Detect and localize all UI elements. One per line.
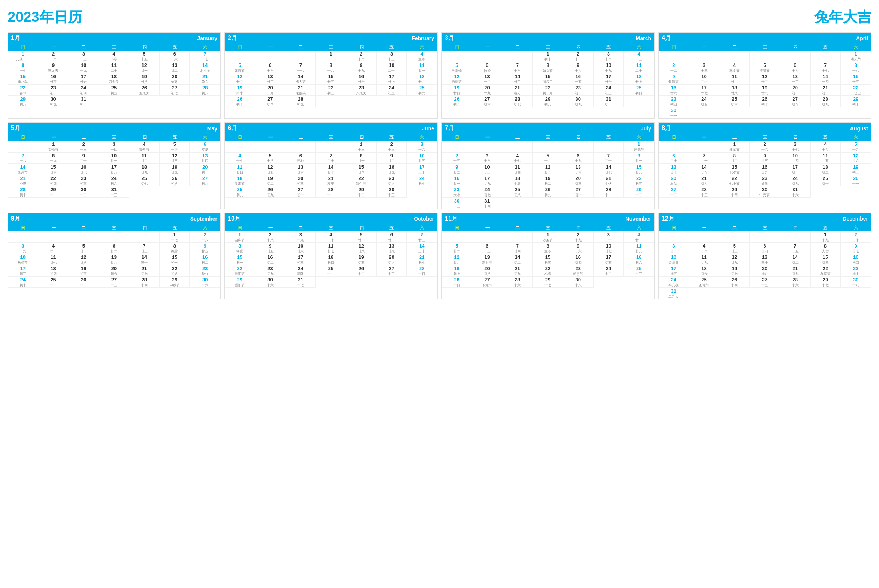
lunar-label: 十三: [635, 57, 642, 61]
lunar-label: 十四: [731, 193, 738, 197]
weekday-一: 一: [472, 224, 503, 231]
day-cell: 14初二: [780, 254, 811, 265]
day-number: 15: [50, 164, 56, 171]
day-number: 7: [21, 153, 24, 159]
empty-cell: [472, 51, 503, 62]
weekday-五: 五: [377, 224, 407, 231]
day-cell: 16廿五: [563, 73, 594, 85]
day-cell: 8立冬: [533, 243, 563, 254]
day-number: 12: [237, 74, 242, 80]
day-number: 18: [732, 85, 737, 91]
day-cell: 13廿九: [377, 243, 407, 254]
empty-cell: [594, 141, 624, 152]
day-cell: 11廿一: [719, 73, 750, 85]
lunar-label: 十六: [267, 283, 274, 287]
day-cell: 26初八: [160, 175, 190, 186]
day-cell: 17初五: [594, 254, 624, 265]
day-number: 18: [237, 175, 242, 182]
day-number: 23: [50, 85, 56, 91]
weekday-四: 四: [129, 224, 160, 231]
day-cell: 10廿六: [285, 243, 316, 254]
day-number: 12: [732, 254, 737, 261]
day-cell: 5学雷锋: [442, 62, 472, 73]
day-cell: 26五九天: [129, 85, 160, 96]
lunar-label: 十四: [141, 283, 148, 287]
day-cell: 30十三: [377, 186, 407, 198]
weekday-日: 日: [442, 224, 472, 231]
weekday-六: 六: [624, 134, 654, 141]
lunar-label: 十三: [388, 193, 395, 197]
day-cell: 26十一: [841, 175, 871, 186]
day-cell: 21春分: [502, 85, 533, 96]
lunar-label: 廿三: [484, 249, 491, 253]
day-cell: 10廿三: [407, 153, 437, 164]
day-number: 7: [329, 153, 332, 159]
day-cell: 18廿九: [129, 164, 160, 175]
day-number: 25: [237, 187, 242, 193]
day-number: 7: [607, 153, 610, 159]
lunar-label: 十二: [80, 283, 87, 287]
lunar-label: 廿八: [141, 80, 148, 84]
lunar-label: 初五: [701, 103, 708, 106]
day-number: 28: [606, 187, 611, 193]
weekday-六: 六: [190, 134, 220, 141]
lunar-label: 廿七: [605, 249, 612, 253]
month-9月: 9月 September 日一二三四五六1十七2十八3十九4二十5廿一6廿二7廿…: [8, 213, 221, 299]
day-number: 14: [606, 164, 611, 171]
day-number: 6: [204, 141, 206, 148]
day-number: 22: [237, 266, 242, 272]
day-number: 23: [671, 96, 676, 103]
weekday-二: 二: [502, 224, 533, 231]
day-number: 14: [515, 74, 520, 80]
lunar-label: 初三: [822, 261, 829, 265]
day-cell: 10廿三: [472, 164, 503, 175]
day-number: 22: [545, 266, 550, 272]
lunar-label: 十二: [670, 193, 677, 197]
day-cell: 19初二: [533, 175, 563, 186]
day-cell: 30中元节: [750, 186, 780, 198]
month-2月: 2月 February 日一二三四五六1十一2十二3十三4立春5元宵节6十六7十…: [224, 32, 438, 119]
day-cell: 29初八: [8, 96, 38, 107]
weekday-六: 六: [407, 134, 437, 141]
day-cell: 15廿八: [346, 164, 377, 175]
lunar-label: 十四: [111, 148, 117, 151]
day-number: 18: [50, 266, 56, 272]
weekday-日: 日: [442, 44, 472, 51]
day-cell: 10廿一: [99, 153, 129, 164]
day-number: 6: [299, 153, 302, 159]
day-number: 2: [763, 141, 766, 148]
day-cell: 9廿二: [442, 164, 472, 175]
day-cell: 21初九: [502, 265, 533, 277]
day-number: 13: [762, 254, 767, 261]
day-number: 29: [172, 277, 177, 283]
day-cell: 18小暑: [502, 175, 533, 186]
day-number: 26: [545, 187, 550, 193]
day-number: 23: [762, 175, 767, 182]
day-number: 5: [763, 62, 766, 69]
lunar-label: 二月: [267, 91, 274, 95]
day-cell: 18初二: [811, 164, 841, 175]
weekday-六: 六: [624, 44, 654, 51]
lunar-label: 初二: [514, 261, 521, 265]
lunar-label: 十七: [822, 69, 829, 73]
weekday-日: 日: [8, 134, 38, 141]
day-cell: 31十三: [99, 186, 129, 198]
day-cell: 11廿八: [624, 243, 654, 254]
lunar-label: 初二: [822, 91, 829, 95]
lunar-label: 父亲节: [235, 182, 245, 186]
day-number: 2: [204, 232, 206, 238]
day-cell: 19初二: [255, 175, 286, 186]
day-cell: 7廿三: [129, 243, 160, 254]
lunar-label: 三十: [418, 171, 425, 174]
day-cell: 18初四: [38, 265, 69, 277]
day-number: 4: [421, 51, 423, 57]
day-cell: 28初九: [811, 96, 841, 107]
lunar-label: 初五: [388, 91, 395, 95]
day-cell: 3二十: [594, 231, 624, 243]
day-number: 17: [81, 74, 86, 80]
day-cell: 3十九: [285, 231, 316, 243]
weekday-五: 五: [160, 134, 190, 141]
day-number: 12: [267, 164, 273, 171]
day-number: 14: [298, 74, 303, 80]
day-cell: 12廿一: [129, 62, 160, 73]
